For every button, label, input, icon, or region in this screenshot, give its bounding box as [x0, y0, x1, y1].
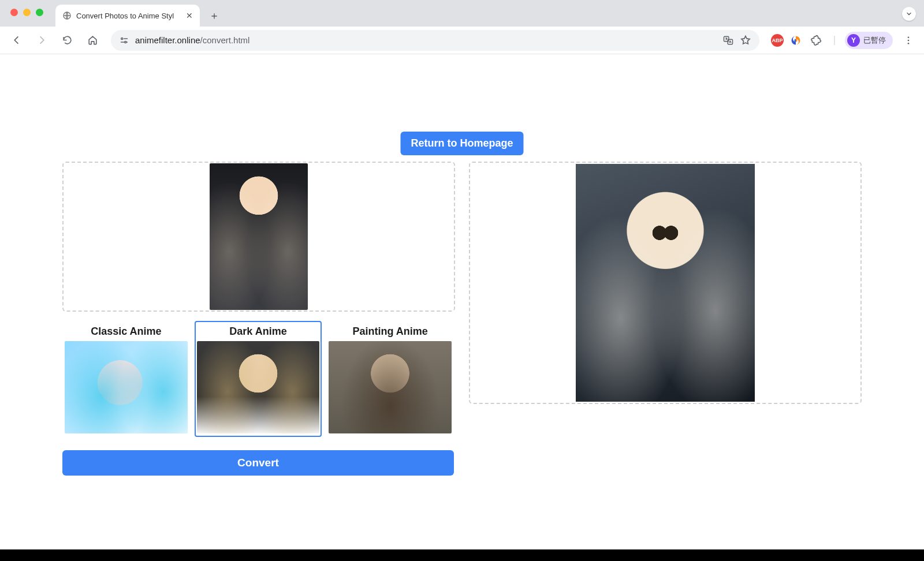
uploaded-image	[210, 163, 308, 310]
style-thumb-dark	[197, 341, 320, 433]
style-option-classic[interactable]: Classic Anime	[62, 321, 190, 437]
result-panel	[469, 162, 862, 404]
nav-back-button[interactable]	[6, 30, 27, 51]
bottom-edge	[0, 549, 924, 561]
window-minimize-button[interactable]	[23, 9, 31, 16]
bookmark-star-icon[interactable]	[740, 35, 751, 46]
svg-point-6	[908, 36, 910, 38]
page-viewport: Return to Homepage Classic Anime Dark An…	[0, 54, 924, 561]
translate-icon[interactable]	[722, 35, 734, 46]
globe-icon	[62, 11, 72, 20]
close-icon[interactable]: ✕	[186, 11, 193, 20]
reload-icon	[62, 35, 73, 46]
nav-reload-button[interactable]	[57, 30, 77, 51]
puzzle-icon	[811, 35, 822, 46]
tabs-dropdown-button[interactable]	[902, 7, 916, 21]
style-thumb-painting	[329, 341, 452, 433]
chevron-down-icon	[906, 10, 912, 17]
nav-home-button[interactable]	[82, 30, 103, 51]
nav-forward-button[interactable]	[31, 30, 52, 51]
url-path: /convert.html	[200, 35, 250, 45]
profile-status: 已暫停	[863, 35, 886, 46]
new-tab-button[interactable]: ＋	[206, 7, 223, 24]
browser-tab-active[interactable]: Convert Photos to Anime Styl ✕	[55, 5, 200, 27]
convert-button-label: Convert	[237, 457, 279, 469]
svg-point-7	[908, 39, 910, 41]
profile-chip[interactable]: Y 已暫停	[845, 32, 893, 49]
upload-dropzone[interactable]	[62, 162, 455, 312]
svg-point-2	[125, 41, 126, 43]
return-home-button[interactable]: Return to Homepage	[400, 132, 523, 155]
url-host: animefilter.online	[135, 35, 200, 45]
svg-point-1	[121, 38, 123, 39]
home-icon	[87, 35, 98, 46]
style-option-painting[interactable]: Painting Anime	[326, 321, 454, 437]
window-close-button[interactable]	[10, 9, 18, 16]
kebab-icon	[903, 35, 914, 46]
result-image	[576, 164, 755, 402]
browser-menu-button[interactable]	[899, 35, 918, 46]
tab-title: Convert Photos to Anime Styl	[76, 12, 174, 20]
url-text: animefilter.online/convert.html	[135, 35, 249, 45]
return-home-label: Return to Homepage	[411, 137, 513, 149]
profile-avatar: Y	[847, 34, 860, 47]
convert-button[interactable]: Convert	[62, 450, 454, 476]
extension-abp-icon[interactable]: ABP	[771, 34, 784, 47]
style-thumb-classic	[65, 341, 188, 433]
extensions-area: ABP ｜ Y 已暫停	[771, 30, 918, 51]
arrow-left-icon	[11, 35, 22, 46]
window-zoom-button[interactable]	[36, 9, 43, 16]
extension-swirl-icon[interactable]	[789, 34, 802, 47]
tab-strip: Convert Photos to Anime Styl ✕ ＋	[0, 0, 924, 27]
style-option-dark[interactable]: Dark Anime	[195, 321, 322, 437]
svg-point-8	[908, 42, 910, 44]
extensions-button[interactable]	[808, 30, 824, 51]
style-label: Dark Anime	[229, 326, 286, 338]
browser-chrome: Convert Photos to Anime Styl ✕ ＋ animefi…	[0, 0, 924, 54]
style-label: Painting Anime	[353, 326, 428, 338]
style-options: Classic Anime Dark Anime Painting Anime	[62, 321, 454, 437]
site-settings-icon[interactable]	[119, 35, 129, 46]
style-label: Classic Anime	[91, 326, 161, 338]
browser-toolbar: animefilter.online/convert.html ABP ｜ Y …	[0, 27, 924, 54]
arrow-right-icon	[36, 35, 47, 46]
window-controls	[10, 9, 43, 16]
address-bar[interactable]: animefilter.online/convert.html	[111, 30, 759, 51]
